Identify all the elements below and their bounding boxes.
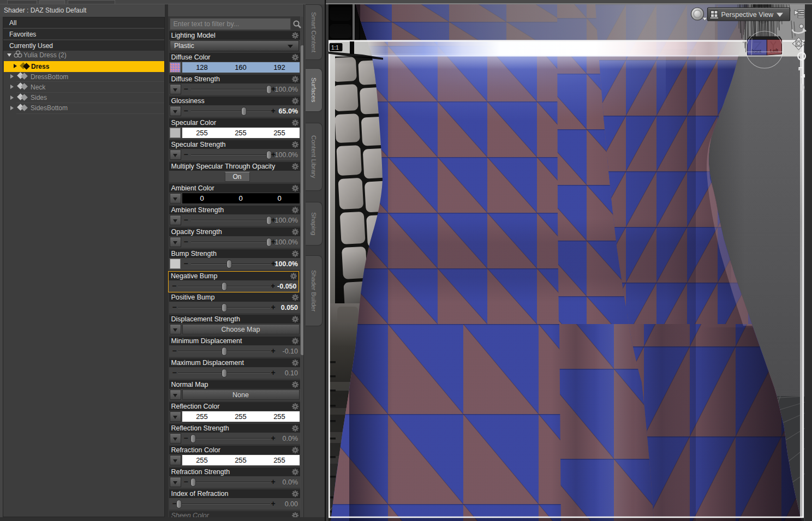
svg-text:1:1: 1:1 xyxy=(331,45,339,51)
svg-text:front: front xyxy=(751,49,762,54)
svg-text:Left: Left xyxy=(770,48,779,53)
svg-text:Perspective View: Perspective View xyxy=(721,11,774,19)
